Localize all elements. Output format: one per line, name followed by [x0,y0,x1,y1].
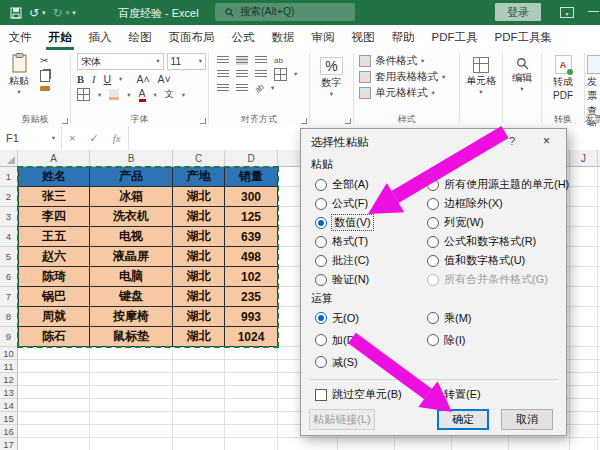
ribbon-tab[interactable]: 视图 [343,25,383,50]
ribbon-tab[interactable]: 开始 [40,25,80,50]
cell[interactable]: 洗衣机 [90,207,173,227]
cell[interactable]: 125 [225,207,278,227]
fill-color-dropdown-icon[interactable]: ▾ [127,92,130,99]
radio-icon[interactable] [427,217,439,229]
style-menu-button[interactable]: 套用表格格式▾ [359,69,457,85]
radio-icon[interactable] [315,312,327,324]
cell[interactable] [18,425,90,438]
search-box[interactable]: 搜索(Alt+Q) [215,3,355,21]
insert-function-icon[interactable]: fx [106,132,128,144]
paste-dropdown-icon[interactable]: ▾ [17,89,20,96]
row-header[interactable]: 8 [0,307,18,327]
radio-icon[interactable] [427,334,439,346]
row-header[interactable]: 15 [0,412,18,425]
fill-color-icon[interactable] [109,89,119,100]
merge-center-icon[interactable] [274,68,287,81]
cell[interactable] [225,386,278,399]
cell[interactable] [90,373,173,386]
dialog-checkbox-option[interactable]: 转置(E) [427,385,481,404]
dialog-radio-option[interactable]: 公式和数字格式(R) [427,232,569,251]
radio-icon[interactable] [315,334,327,346]
dialog-radio-option[interactable]: 加(D) [315,329,359,351]
minimize-icon[interactable]: — [588,4,599,16]
clipboard-launcher-icon[interactable] [62,118,68,124]
row-header[interactable]: 3 [0,207,18,227]
radio-icon[interactable] [427,179,439,191]
phonetic-guide-icon[interactable]: 文 [165,88,174,101]
dialog-close-icon[interactable]: × [543,134,550,148]
cancel-button[interactable]: 取消 [501,409,553,430]
cell[interactable] [225,360,278,373]
cell[interactable] [90,412,173,425]
cell[interactable] [570,386,598,399]
row-header[interactable]: 2 [0,187,18,207]
row-header[interactable]: 12 [0,373,18,386]
cell[interactable] [225,399,278,412]
radio-icon[interactable] [315,274,327,286]
cell[interactable]: 湖北 [173,287,225,307]
cell[interactable] [18,373,90,386]
cell[interactable] [570,167,598,187]
column-header[interactable]: A [18,150,90,167]
radio-icon[interactable] [315,255,327,267]
cell[interactable]: 李四 [18,207,90,227]
cell[interactable] [18,399,90,412]
dialog-radio-option[interactable]: 验证(N) [315,270,373,289]
to-pdf-button[interactable]: A 转成 PDF [544,55,582,101]
align-center-icon[interactable] [236,70,248,79]
dialog-checkbox-option[interactable]: 跳过空单元(B) [315,385,402,404]
editing-button[interactable]: 编辑 ▾ [505,57,539,93]
cell[interactable] [18,347,90,360]
save-icon[interactable] [10,7,22,19]
cell[interactable] [395,438,452,450]
ribbon-display-options-icon[interactable]: ▾ [560,7,574,18]
cell[interactable] [225,373,278,386]
cell[interactable]: 陈琦 [18,267,90,287]
ribbon-tab[interactable]: 数据 [263,25,303,50]
font-color-dropdown-icon[interactable]: ▾ [154,92,157,99]
cell[interactable]: 陈石 [18,327,90,347]
dialog-radio-option[interactable]: 格式(T) [315,232,373,251]
format-painter-icon[interactable] [40,86,50,91]
cell[interactable]: 湖北 [173,227,225,247]
ribbon-tab[interactable]: PDF工具 [423,25,486,50]
dialog-radio-option[interactable]: 乘(M) [427,307,472,329]
cell[interactable] [570,412,598,425]
row-header[interactable]: 11 [0,360,18,373]
cell[interactable] [570,347,598,360]
name-box-dropdown-icon[interactable]: ▾ [52,135,55,142]
cell[interactable] [173,425,225,438]
dialog-radio-option[interactable]: 减(S) [315,351,359,373]
cell[interactable] [278,438,338,450]
align-top-icon[interactable] [217,56,229,65]
cell[interactable] [90,360,173,373]
cell[interactable] [18,386,90,399]
cell[interactable]: 湖北 [173,307,225,327]
cell[interactable]: 姓名 [18,167,90,187]
radio-icon[interactable] [315,356,327,368]
cell[interactable]: 湖北 [173,207,225,227]
ribbon-tab[interactable]: 公式 [223,25,263,50]
number-format-button[interactable]: % 数字 ▾ [312,57,351,98]
cell[interactable] [570,307,598,327]
dialog-radio-option[interactable]: 除(I) [427,329,472,351]
cell[interactable] [570,373,598,386]
cell[interactable] [90,438,173,450]
row-header[interactable]: 4 [0,227,18,247]
font-launcher-icon[interactable] [200,118,206,124]
dialog-radio-option[interactable]: 所有使用源主题的单元(H) [427,175,569,194]
undo-icon[interactable]: ↺ [29,7,39,19]
cell[interactable]: 周就 [18,307,90,327]
cell[interactable] [173,360,225,373]
radio-icon[interactable] [315,198,327,210]
cell[interactable] [225,347,278,360]
row-header[interactable]: 10 [0,347,18,360]
cell[interactable] [90,425,173,438]
cell[interactable]: 液晶屏 [90,247,173,267]
radio-icon[interactable] [427,236,439,248]
cell[interactable]: 102 [225,267,278,287]
cell[interactable] [173,438,225,450]
cell[interactable] [570,227,598,247]
cell[interactable] [173,399,225,412]
underline-button[interactable]: U [104,73,112,85]
